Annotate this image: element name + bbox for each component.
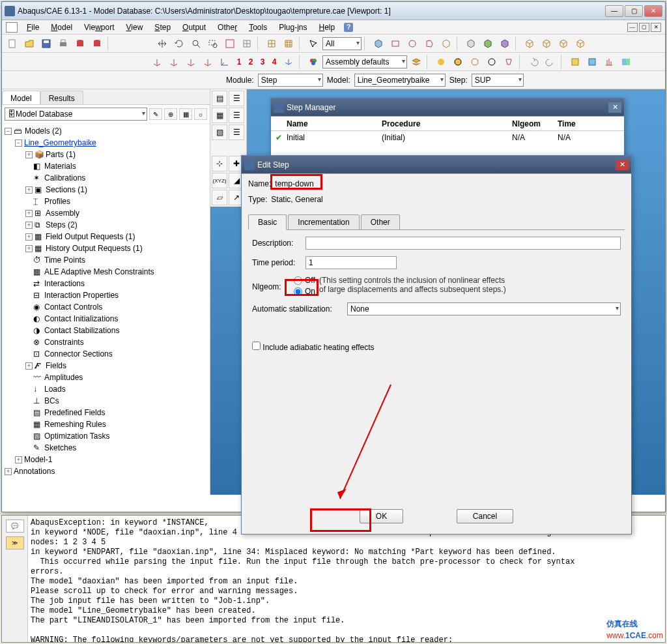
- nlgeom-on-radio[interactable]: On: [294, 287, 315, 296]
- tree-annotations[interactable]: Annotations: [14, 467, 55, 476]
- menu-plugins[interactable]: Plug-ins: [274, 22, 312, 33]
- tree-item[interactable]: Sections (1): [46, 185, 87, 194]
- adiabatic-checkbox[interactable]: Include adiabatic heating effects: [252, 342, 375, 352]
- vt-histmgr-icon[interactable]: ☰: [229, 124, 244, 140]
- menu-other[interactable]: Other: [212, 22, 242, 33]
- tb-cube1-icon[interactable]: [371, 37, 386, 51]
- fit-icon[interactable]: [222, 37, 238, 51]
- stepmgr-row[interactable]: ✔ Initial (Initial) N/A N/A: [271, 131, 624, 144]
- csys5-icon[interactable]: [217, 55, 233, 69]
- vt-field-icon[interactable]: ▦: [212, 108, 227, 123]
- tab-results[interactable]: Results: [40, 91, 83, 104]
- minimize-button[interactable]: —: [605, 5, 623, 17]
- tree-item[interactable]: Contact Initializations: [44, 314, 118, 323]
- print-icon[interactable]: [55, 37, 71, 51]
- iso2-icon[interactable]: [539, 37, 554, 51]
- bc3-icon[interactable]: [601, 55, 617, 69]
- bc1-icon[interactable]: [567, 55, 583, 69]
- zoom-icon[interactable]: [188, 37, 204, 51]
- persp-icon[interactable]: [501, 55, 517, 69]
- tree-item[interactable]: Steps (2): [46, 220, 78, 229]
- time-period-input[interactable]: [305, 256, 397, 269]
- tree-item[interactable]: Constraints: [44, 338, 84, 347]
- console-text[interactable]: AbaqusException: in keyword *INSTANCE, i…: [28, 516, 665, 642]
- tree-item[interactable]: Materials: [44, 162, 76, 171]
- csys2-icon[interactable]: [166, 55, 182, 69]
- tab-other[interactable]: Other: [361, 214, 400, 230]
- console-cli-icon[interactable]: ≫: [6, 536, 24, 549]
- expand-icon[interactable]: −: [15, 139, 22, 147]
- tree-item[interactable]: Predefined Fields: [44, 408, 105, 417]
- filter-icon[interactable]: ✎: [149, 108, 162, 120]
- tree-item[interactable]: Remeshing Rules: [44, 420, 106, 429]
- tree-model1[interactable]: Model-1: [24, 455, 52, 464]
- menu-tools[interactable]: Tools: [244, 22, 272, 33]
- visible-combo[interactable]: All: [322, 37, 362, 50]
- render1-icon[interactable]: [463, 37, 479, 51]
- tree-item[interactable]: Calibrations: [44, 173, 85, 183]
- vp-min-button[interactable]: —: [627, 23, 638, 32]
- db-icon-2[interactable]: [89, 37, 105, 51]
- csys4-icon[interactable]: [200, 55, 216, 69]
- tb-circ-icon[interactable]: [404, 37, 420, 51]
- shade4-icon[interactable]: [484, 55, 500, 69]
- vt-manager-icon[interactable]: ☰: [229, 91, 244, 106]
- editstep-titlebar[interactable]: Edit Step ✕: [242, 156, 631, 174]
- menu-step[interactable]: Step: [149, 22, 176, 33]
- redo-icon[interactable]: [543, 55, 558, 69]
- model-combo[interactable]: Line_Geometrybaike: [354, 74, 446, 87]
- tree-item[interactable]: Field Output Requests (1): [46, 232, 135, 241]
- tb-cube2-icon[interactable]: [438, 37, 454, 51]
- select-icon[interactable]: [305, 37, 321, 51]
- iso4-icon[interactable]: [573, 37, 588, 51]
- tree-item[interactable]: Contact Controls: [44, 302, 102, 312]
- close-button[interactable]: ✕: [644, 5, 662, 17]
- tab-incrementation[interactable]: Incrementation: [288, 214, 359, 230]
- color-scheme-combo[interactable]: Assembly defaults: [322, 55, 407, 68]
- grid1-icon[interactable]: [264, 37, 279, 51]
- tree-item[interactable]: Interaction Properties: [44, 291, 119, 300]
- layer-icon[interactable]: [408, 55, 424, 69]
- tree-models[interactable]: Models (2): [25, 126, 62, 136]
- num-1[interactable]: 1: [234, 57, 244, 66]
- help-icon[interactable]: ?: [344, 23, 353, 32]
- bc4-icon[interactable]: [618, 55, 634, 69]
- tb-poly-icon[interactable]: [421, 37, 437, 51]
- bc2-icon[interactable]: [584, 55, 600, 69]
- tree-item[interactable]: Interactions: [44, 279, 85, 288]
- tree-item[interactable]: BCs: [44, 396, 59, 405]
- menu-viewport[interactable]: Viewport: [79, 22, 120, 33]
- vt-create-icon[interactable]: ▤: [212, 91, 227, 106]
- view-cycle-icon[interactable]: [239, 37, 255, 51]
- expand-icon[interactable]: −: [5, 128, 12, 135]
- render3-icon[interactable]: [497, 37, 513, 51]
- vt-hist-icon[interactable]: ▧: [212, 124, 227, 140]
- colors-icon[interactable]: [305, 55, 321, 69]
- tree-item[interactable]: Assembly: [46, 209, 79, 218]
- tree-item[interactable]: Connector Sections: [44, 349, 113, 359]
- new-icon[interactable]: [5, 37, 20, 51]
- editstep-close-button[interactable]: ✕: [616, 160, 629, 170]
- ok-button[interactable]: OK: [360, 509, 403, 523]
- open-icon[interactable]: [21, 37, 37, 51]
- tab-basic[interactable]: Basic: [248, 214, 287, 230]
- zoom-box-icon[interactable]: [205, 37, 221, 51]
- render2-icon[interactable]: [480, 37, 496, 51]
- vp-close-button[interactable]: ✕: [651, 23, 661, 32]
- tab-model[interactable]: Model: [2, 91, 40, 104]
- tree-item[interactable]: Amplitudes: [44, 373, 83, 382]
- nlgeom-off-radio[interactable]: Off: [294, 276, 315, 285]
- stepmgr-titlebar[interactable]: Step Manager ✕: [271, 98, 624, 117]
- tree-item[interactable]: Profiles: [44, 197, 70, 206]
- menu-help[interactable]: Help: [314, 22, 341, 33]
- bc-vis-icon[interactable]: ▦: [179, 108, 192, 120]
- tree-item[interactable]: History Output Requests (1): [46, 244, 143, 253]
- tree-item[interactable]: ALE Adaptive Mesh Constraints: [44, 267, 154, 276]
- description-input[interactable]: [305, 237, 621, 250]
- shade3-icon[interactable]: [467, 55, 483, 69]
- tb-rect-icon[interactable]: [388, 37, 403, 51]
- tip-icon[interactable]: ☼: [194, 108, 207, 120]
- vt-csys-icon[interactable]: ⊹: [212, 156, 227, 171]
- vt-xyz-icon[interactable]: (XYZ): [212, 173, 227, 188]
- rotate-icon[interactable]: [171, 37, 187, 51]
